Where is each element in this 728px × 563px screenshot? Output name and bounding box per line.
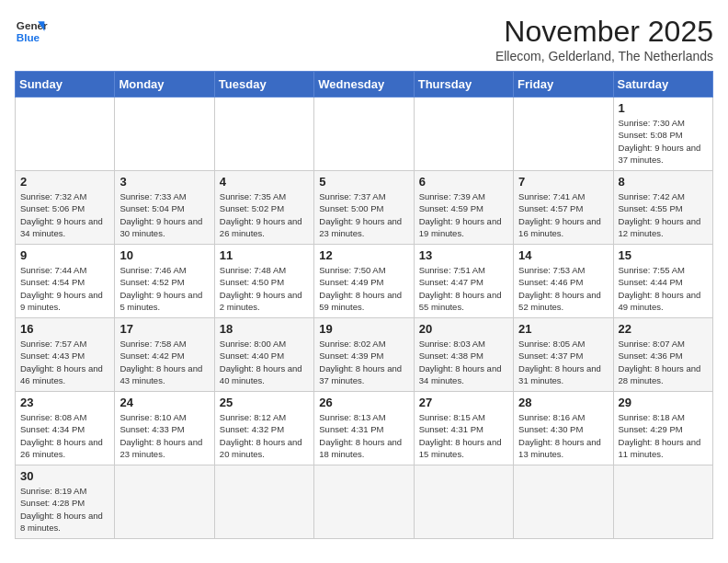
day-cell-10: 10 Sunrise: 7:46 AMSunset: 4:52 PMDaylig… [115,245,214,318]
calendar-row-2: 2 Sunrise: 7:32 AMSunset: 5:06 PMDayligh… [16,171,713,245]
header-tuesday: Tuesday [214,72,313,98]
day-cell-26: 26 Sunrise: 8:13 AMSunset: 4:31 PMDaylig… [314,392,414,465]
calendar-row-6: 30 Sunrise: 8:19 AMSunset: 4:28 PMDaylig… [16,465,713,539]
calendar-row-5: 23 Sunrise: 8:08 AMSunset: 4:34 PMDaylig… [16,392,713,465]
day-cell-12: 12 Sunrise: 7:50 AMSunset: 4:49 PMDaylig… [314,245,414,318]
day-cell-empty-6 [514,98,613,171]
day-cell-29: 29 Sunrise: 8:18 AMSunset: 4:29 PMDaylig… [613,392,712,465]
calendar: Sunday Monday Tuesday Wednesday Thursday… [15,71,713,539]
day-cell-empty-30-4 [414,465,513,539]
day-cell-11: 11 Sunrise: 7:48 AMSunset: 4:50 PMDaylig… [214,245,313,318]
header-saturday: Saturday [613,72,712,98]
day-cell-20: 20 Sunrise: 8:03 AMSunset: 4:38 PMDaylig… [414,318,513,392]
day-cell-4: 4 Sunrise: 7:35 AMSunset: 5:02 PMDayligh… [214,171,313,245]
day-cell-17: 17 Sunrise: 7:58 AMSunset: 4:42 PMDaylig… [115,318,214,392]
day-cell-3: 3 Sunrise: 7:33 AMSunset: 5:04 PMDayligh… [115,171,214,245]
month-title: November 2025 [495,15,713,49]
day-cell-empty-30-6 [613,465,712,539]
day-cell-21: 21 Sunrise: 8:05 AMSunset: 4:37 PMDaylig… [514,318,613,392]
header: General Blue November 2025 Ellecom, Geld… [15,15,713,63]
header-thursday: Thursday [414,72,513,98]
day-cell-19: 19 Sunrise: 8:02 AMSunset: 4:39 PMDaylig… [314,318,414,392]
day-cell-empty-30-2 [214,465,313,539]
day-cell-14: 14 Sunrise: 7:53 AMSunset: 4:46 PMDaylig… [514,245,613,318]
calendar-row-1: 1 Sunrise: 7:30 AMSunset: 5:08 PMDayligh… [16,98,713,171]
day-cell-24: 24 Sunrise: 8:10 AMSunset: 4:33 PMDaylig… [115,392,214,465]
day-cell-empty-30-5 [514,465,613,539]
day-cell-empty-5 [414,98,513,171]
logo: General Blue [15,15,48,48]
day-cell-2: 2 Sunrise: 7:32 AMSunset: 5:06 PMDayligh… [16,171,115,245]
day-cell-13: 13 Sunrise: 7:51 AMSunset: 4:47 PMDaylig… [414,245,513,318]
day-cell-9: 9 Sunrise: 7:44 AMSunset: 4:54 PMDayligh… [16,245,115,318]
day-cell-7: 7 Sunrise: 7:41 AMSunset: 4:57 PMDayligh… [514,171,613,245]
day-cell-28: 28 Sunrise: 8:16 AMSunset: 4:30 PMDaylig… [514,392,613,465]
logo-icon: General Blue [15,15,48,48]
header-wednesday: Wednesday [314,72,414,98]
day-cell-empty-2 [115,98,214,171]
day-cell-16: 16 Sunrise: 7:57 AMSunset: 4:43 PMDaylig… [16,318,115,392]
day-cell-18: 18 Sunrise: 8:00 AMSunset: 4:40 PMDaylig… [214,318,313,392]
day-cell-5: 5 Sunrise: 7:37 AMSunset: 5:00 PMDayligh… [314,171,414,245]
header-sunday: Sunday [16,72,115,98]
svg-text:Blue: Blue [17,31,40,43]
header-friday: Friday [514,72,613,98]
day-cell-30: 30 Sunrise: 8:19 AMSunset: 4:28 PMDaylig… [16,465,115,539]
day-cell-1: 1 Sunrise: 7:30 AMSunset: 5:08 PMDayligh… [613,98,712,171]
day-cell-empty-30-1 [115,465,214,539]
day-cell-empty-4 [314,98,414,171]
day-cell-8: 8 Sunrise: 7:42 AMSunset: 4:55 PMDayligh… [613,171,712,245]
day-number-1: 1 [619,101,708,115]
day-cell-empty-1 [16,98,115,171]
day-cell-6: 6 Sunrise: 7:39 AMSunset: 4:59 PMDayligh… [414,171,513,245]
day-cell-empty-30-3 [314,465,414,539]
day-cell-27: 27 Sunrise: 8:15 AMSunset: 4:31 PMDaylig… [414,392,513,465]
day-cell-22: 22 Sunrise: 8:07 AMSunset: 4:36 PMDaylig… [613,318,712,392]
day-info-1: Sunrise: 7:30 AMSunset: 5:08 PMDaylight:… [619,117,708,166]
calendar-row-3: 9 Sunrise: 7:44 AMSunset: 4:54 PMDayligh… [16,245,713,318]
location: Ellecom, Gelderland, The Netherlands [495,49,713,63]
header-monday: Monday [115,72,214,98]
day-cell-15: 15 Sunrise: 7:55 AMSunset: 4:44 PMDaylig… [613,245,712,318]
day-cell-23: 23 Sunrise: 8:08 AMSunset: 4:34 PMDaylig… [16,392,115,465]
day-cell-25: 25 Sunrise: 8:12 AMSunset: 4:32 PMDaylig… [214,392,313,465]
day-cell-empty-3 [214,98,313,171]
weekday-header-row: Sunday Monday Tuesday Wednesday Thursday… [16,72,713,98]
title-area: November 2025 Ellecom, Gelderland, The N… [495,15,713,63]
calendar-row-4: 16 Sunrise: 7:57 AMSunset: 4:43 PMDaylig… [16,318,713,392]
